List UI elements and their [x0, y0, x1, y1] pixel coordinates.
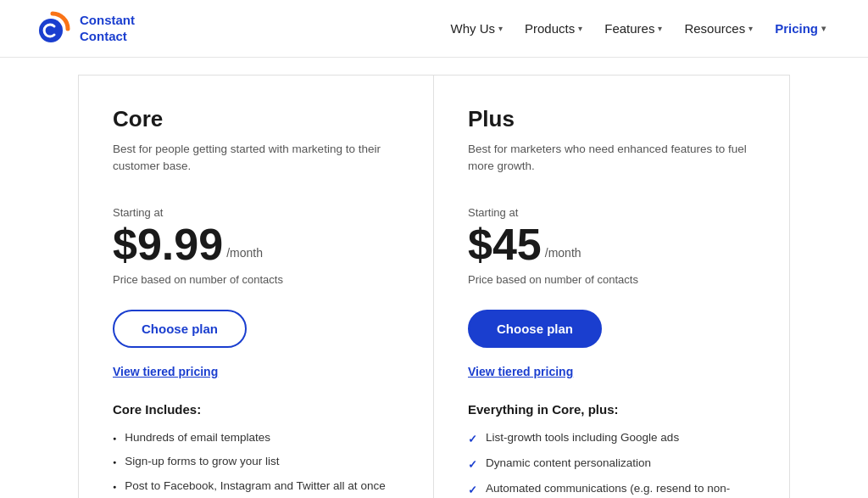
core-choose-plan-button[interactable]: Choose plan: [113, 310, 247, 348]
plus-includes-title: Everything in Core, plus:: [468, 402, 755, 417]
logo[interactable]: Constant Contact: [34, 10, 135, 48]
plus-price-period: /month: [545, 246, 581, 260]
plus-price-note: Price based on number of contacts: [468, 273, 755, 286]
bullet-icon: ●: [113, 458, 116, 467]
chevron-down-icon: ▾: [498, 24, 503, 33]
nav-label-pricing: Pricing: [775, 21, 818, 36]
nav-item-pricing[interactable]: Pricing ▾: [766, 16, 834, 41]
plus-plan-name: Plus: [468, 106, 755, 132]
check-icon: ✓: [468, 432, 477, 447]
plus-price-amount: $45: [468, 222, 542, 266]
chevron-down-icon: ▾: [748, 24, 753, 33]
chevron-down-icon: ▾: [578, 24, 582, 33]
svg-point-1: [39, 19, 63, 42]
nav-item-resources[interactable]: Resources ▾: [676, 16, 761, 41]
chevron-down-icon: ▾: [821, 24, 826, 33]
core-tiered-pricing-link[interactable]: View tiered pricing: [113, 365, 399, 378]
chevron-down-icon: ▾: [658, 24, 662, 33]
core-plan-desc: Best for people getting started with mar…: [113, 141, 399, 176]
list-item: ●Hundreds of email templates: [113, 430, 399, 446]
core-price-amount: $9.99: [113, 222, 223, 266]
core-price-note: Price based on number of contacts: [113, 273, 399, 286]
nav-item-features[interactable]: Features ▾: [596, 16, 670, 41]
nav-label-features: Features: [604, 21, 654, 36]
core-feature-list: ●Hundreds of email templates ●Sign-up fo…: [113, 430, 399, 499]
list-item: ✓List-growth tools including Google ads: [468, 430, 755, 447]
logo-text: Constant Contact: [80, 13, 135, 45]
nav-links: Why Us ▾ Products ▾ Features ▾ Resources…: [442, 16, 834, 41]
plus-price-row: $45 /month: [468, 222, 755, 266]
navbar: Constant Contact Why Us ▾ Products ▾ Fea…: [0, 0, 868, 58]
check-icon: ✓: [468, 483, 477, 498]
nav-label-why-us: Why Us: [451, 21, 496, 36]
bullet-icon: ●: [113, 483, 116, 491]
nav-label-resources: Resources: [684, 21, 745, 36]
pricing-content: Core Best for people getting started wit…: [0, 58, 868, 498]
plus-starting-at: Starting at: [468, 206, 755, 219]
plus-tiered-pricing-link[interactable]: View tiered pricing: [468, 365, 755, 378]
plus-feature-list: ✓List-growth tools including Google ads …: [468, 430, 755, 499]
list-item: ✓Automated communications (e.g. resend t…: [468, 481, 755, 498]
core-starting-at: Starting at: [113, 206, 399, 219]
bullet-icon: ●: [113, 434, 116, 443]
plan-core: Core Best for people getting started wit…: [78, 75, 434, 498]
list-item: ●Post to Facebook, Instagram and Twitter…: [113, 478, 399, 495]
plan-plus: Plus Best for marketers who need enhance…: [434, 75, 790, 498]
core-price-period: /month: [226, 246, 263, 260]
core-includes-title: Core Includes:: [113, 402, 399, 417]
logo-icon: [34, 10, 71, 48]
nav-item-products[interactable]: Products ▾: [516, 16, 591, 41]
plus-choose-plan-button[interactable]: Choose plan: [468, 310, 602, 348]
core-plan-name: Core: [113, 106, 399, 132]
check-icon: ✓: [468, 457, 477, 473]
nav-label-products: Products: [525, 21, 575, 36]
list-item: ●Sign-up forms to grow your list: [113, 454, 399, 470]
core-price-row: $9.99 /month: [113, 222, 399, 266]
nav-item-why-us[interactable]: Why Us ▾: [442, 16, 512, 41]
plus-plan-desc: Best for marketers who need enhanced fea…: [468, 141, 755, 176]
list-item: ✓Dynamic content personalization: [468, 456, 755, 473]
